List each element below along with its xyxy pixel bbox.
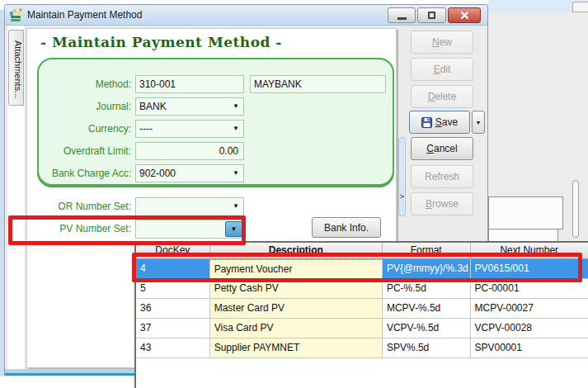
splitter-collapse-icon[interactable]: > [398,192,406,201]
table-cell[interactable]: Master Card PV [210,299,383,319]
close-icon [460,11,469,20]
save-icon [421,117,432,128]
table-cell[interactable]: SPV00001 [471,338,588,358]
annotation-highlight-selected-row [132,253,582,282]
delete-button[interactable]: Delete [411,85,473,108]
minimize-icon [397,17,407,20]
journal-combobox[interactable]: BANK ▼ [135,97,244,116]
journal-label: Journal: [32,101,131,112]
panel-splitter[interactable] [398,137,406,216]
background-window-corner [572,2,588,12]
table-cell[interactable]: MCPV-%.5d [383,299,471,319]
currency-value: ---- [139,123,153,135]
new-button[interactable]: New [411,31,473,54]
table-row[interactable]: 36Master Card PVMCPV-%.5dMCPV-00027 [136,299,588,319]
chevron-down-icon[interactable]: ▼ [233,203,239,210]
bank-info-button[interactable]: Bank Info. [312,217,381,238]
journal-value: BANK [139,101,167,112]
window-title: Maintain Payment Method [27,9,142,21]
annotation-highlight-pv-number-set [8,215,246,245]
table-cell[interactable]: 43 [136,338,210,358]
close-button[interactable] [448,7,481,23]
table-cell[interactable]: MCPV-00027 [471,299,588,319]
method-input[interactable]: 310-001 [135,75,244,93]
save-label: Save [435,116,458,128]
table-row[interactable]: 37Visa Card PVVCPV-%.5dVCPV-00028 [136,319,588,338]
currency-label: Currency: [32,123,131,135]
chevron-down-icon[interactable]: ▼ [233,170,239,177]
bank-charge-acc-combobox[interactable]: 902-000 ▼ [135,164,244,182]
table-cell[interactable]: 37 [136,319,210,338]
chevron-down-icon[interactable]: ▼ [233,125,239,132]
attachments-tab[interactable]: Attachments... [8,30,24,106]
background-panel-box [488,196,563,229]
minimize-button[interactable] [388,7,416,23]
table-cell[interactable]: SPV%.5d [383,338,471,358]
or-number-set-label: OR Number Set: [32,201,131,212]
method-description-input[interactable]: MAYBANK [250,75,386,93]
bank-charge-acc-value: 902-000 [139,168,176,179]
bank-charge-acc-label: Bank Charge Acc: [32,168,131,179]
maximize-button[interactable] [417,7,446,23]
maximize-icon [428,12,435,19]
edit-button[interactable]: Edit [411,58,473,81]
background-panel-box-2 [488,229,558,241]
background-scrollbar-thumb[interactable] [572,180,579,238]
title-bar[interactable]: Maintain Payment Method [5,5,487,26]
table-cell[interactable]: VCPV-00028 [471,319,588,338]
table-cell[interactable]: 36 [136,299,210,319]
overdraft-limit-input[interactable]: 0.00 [135,142,244,160]
save-button[interactable]: Save [409,111,470,134]
save-options-dropdown-button[interactable]: ▼ [472,111,485,134]
overdraft-limit-label: Overdraft Limit: [32,145,131,157]
chevron-down-icon[interactable]: ▼ [233,103,239,110]
or-number-set-combobox[interactable]: ▼ [135,197,244,216]
currency-combobox[interactable]: ---- ▼ [135,120,244,138]
table-cell[interactable]: VCPV-%.5d [383,319,471,338]
refresh-button[interactable]: Refresh [411,165,473,188]
browse-button[interactable]: Browse [411,192,473,215]
table-cell[interactable]: Supplier PAYMNET [210,338,383,358]
page-title: - Maintain Payment Method - [40,34,282,50]
window-icon [9,8,23,22]
chevron-down-icon: ▼ [476,120,482,125]
table-cell[interactable]: Visa Card PV [210,319,383,338]
cancel-button[interactable]: Cancel [411,137,473,160]
table-row[interactable]: 43Supplier PAYMNETSPV%.5dSPV00001 [136,338,588,358]
method-label: Method: [32,78,131,90]
